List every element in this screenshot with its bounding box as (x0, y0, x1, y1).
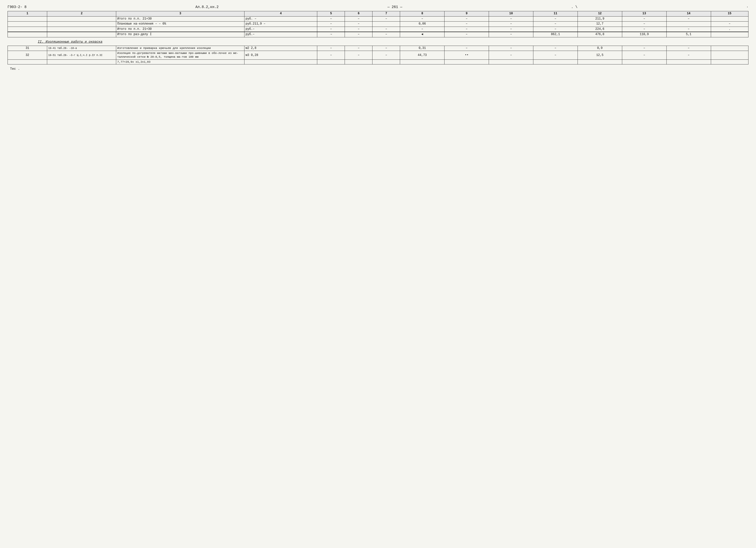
cell-r2-c4: руб.211,9 – (244, 22, 317, 27)
cell-r2-c5: – (317, 22, 345, 27)
cell-r4-c13: 110,9 (622, 32, 666, 37)
cell-r2-c11: – (533, 22, 578, 27)
cell-r1-c4: руб. – (244, 16, 317, 22)
cell-r7-c13 (622, 60, 666, 64)
cell-r1-c3: Итого по п.п. 21+30 (116, 16, 244, 22)
cell-r5-c4: м2 2,8 (244, 46, 317, 51)
table-row: Плановые на-копления – – 6% руб.211,9 – … (8, 22, 748, 27)
cell-r6-c13: – (622, 51, 666, 60)
page-num: — 261 — (388, 5, 402, 9)
cell-r3-c1 (8, 27, 47, 32)
col-header-13: 13 (622, 11, 666, 17)
col-header-1: 1 (8, 11, 47, 17)
cell-r3-c3: Итого по п.п. 21+30 (116, 27, 244, 32)
cell-r4-c12: 476,8 (578, 32, 622, 37)
cell-r2-c13: – (622, 22, 666, 27)
cell-r2-c9: – (445, 22, 489, 27)
cell-r6-c2: 19-51 таб.28- -3-г Ц.I,ч.I р.IУ п.3I (47, 51, 116, 60)
cell-r1-c7: – (372, 16, 400, 22)
cell-r4-c11: 862,1 (533, 32, 578, 37)
table-row: 7,77+29,9х х1,2х1,03 (8, 60, 748, 64)
cell-r4-c3: Итого по раз-делу I (116, 32, 244, 37)
header-row: 1 2 3 4 5 6 7 8 9 10 11 12 13 14 15 (8, 11, 748, 17)
cell-r3-c7: – (372, 27, 400, 32)
footer-text: Тес . (10, 67, 20, 71)
cell-r1-c2 (47, 16, 116, 22)
cell-r5-c3: Изготовление и приварка крючьев для креп… (116, 46, 244, 51)
cell-r7-c9 (445, 60, 489, 64)
table-row: Итого по раз-делу I руб.– → – – ◄ – – 86… (8, 32, 748, 37)
footer-note: Тес . (8, 67, 748, 71)
table-row: Итого по п.п. 21+30 руб.– – – – – – – – … (8, 27, 748, 32)
cell-r2-c10: – (489, 22, 533, 27)
cell-r7-c1 (8, 60, 47, 64)
cell-r1-c15 (711, 16, 748, 22)
col-header-8: 8 (400, 11, 445, 17)
table-row: 31 19-41 таб.28- -10-а Изготовление и пр… (8, 46, 748, 51)
cell-r5-c14: – (666, 46, 711, 51)
cell-r6-c1: 32 (8, 51, 47, 60)
cell-r2-c1 (8, 22, 47, 27)
cell-r3-c6: – (345, 27, 372, 32)
cell-r6-c11: – (533, 51, 578, 60)
cell-r1-c9: – (445, 16, 489, 22)
doc-ref: Ал.8.2,кн.2 (196, 5, 219, 9)
cell-r4-c4: руб.– (244, 32, 317, 37)
cell-r7-c3: 7,77+29,9х х1,2х1,03 (116, 60, 244, 64)
cell-r3-c13: – (622, 27, 666, 32)
cell-r1-c10: – (489, 16, 533, 22)
cell-r5-c8: 0,31 (400, 46, 445, 51)
corner-mark: . \ (571, 5, 577, 9)
cell-r1-c14: – (666, 16, 711, 22)
cell-r4-c14: 5,1 (666, 32, 711, 37)
col-header-3: 3 (116, 11, 244, 17)
cell-r5-c10: – (489, 46, 533, 51)
cell-r2-c3: Плановые на-копления – – 6% (116, 22, 244, 27)
cell-r6-c3: Изоляция по-догревателя матами мин-ватны… (116, 51, 244, 60)
cell-r5-c6: – (345, 46, 372, 51)
cell-r1-c11: – (533, 16, 578, 22)
corner-dot: · (746, 5, 748, 9)
cell-r5-c9: – (445, 46, 489, 51)
cell-r3-c5: – (317, 27, 345, 32)
cell-r7-c11 (533, 60, 578, 64)
section-title-row: II. Изоляционные работы и окраска (8, 37, 748, 46)
cell-r6-c12: 12,5 (578, 51, 622, 60)
cell-r1-c8: – (400, 16, 445, 22)
cell-r1-c6: – (345, 16, 372, 22)
cell-r3-c10: – (489, 27, 533, 32)
cell-r7-c15 (711, 60, 748, 64)
cell-r4-c15 (711, 32, 748, 37)
table-row: Итого по п.п. 21+30 руб. – – – – – – – –… (8, 16, 748, 22)
cell-r5-c13: – (622, 46, 666, 51)
cell-r6-c9: •• (445, 51, 489, 60)
cell-r5-c7: – (372, 46, 400, 51)
cell-r7-c4 (244, 60, 317, 64)
cell-r7-c8 (400, 60, 445, 64)
cell-r6-c4: м3 0,28 (244, 51, 317, 60)
cell-r3-c9: – (445, 27, 489, 32)
cell-r4-c7: – (372, 32, 400, 37)
cell-r1-c13: – (622, 16, 666, 22)
cell-r6-c7: – (372, 51, 400, 60)
cell-r3-c4: руб.– (244, 27, 317, 32)
cell-r2-c6: – (345, 22, 372, 27)
page-header: Г903-2- 8 Ал.8.2,кн.2 — 261 — . \ · (8, 5, 748, 9)
cell-r6-c14: – (666, 51, 711, 60)
cell-r5-c5: – (317, 46, 345, 51)
cell-r3-c12: 224,6 (578, 27, 622, 32)
cell-r4-c5: → (317, 32, 345, 37)
main-table: 1 2 3 4 5 6 7 8 9 10 11 12 13 14 15 Итог… (8, 11, 748, 64)
cell-r3-c15: . (711, 27, 748, 32)
cell-r2-c14 (666, 22, 711, 27)
cell-r7-c6 (345, 60, 372, 64)
cell-r6-c6: – (345, 51, 372, 60)
cell-r4-c9: – (445, 32, 489, 37)
cell-r3-c11: – (533, 27, 578, 32)
cell-r3-c8: – (400, 27, 445, 32)
col-header-4: 4 (244, 11, 317, 17)
cell-r2-c7 (372, 22, 400, 27)
doc-code: Г903-2- 8 (8, 5, 27, 9)
cell-r2-c8: 0,06 (400, 22, 445, 27)
cell-r7-c7 (372, 60, 400, 64)
